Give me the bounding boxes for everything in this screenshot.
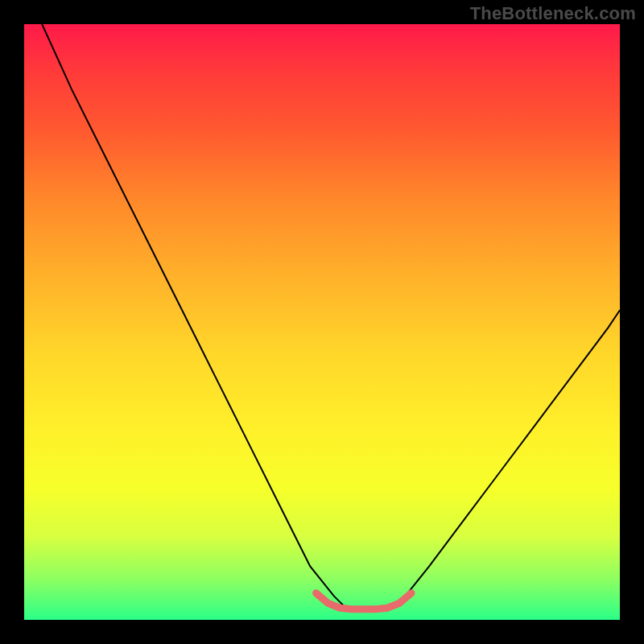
series-flat-bottom-marker <box>316 593 411 609</box>
chart-stage: TheBottleneck.com <box>0 0 644 644</box>
plot-area <box>24 24 620 620</box>
plot-svg <box>24 24 620 620</box>
watermark-text: TheBottleneck.com <box>470 3 636 24</box>
series-curve <box>42 24 620 611</box>
